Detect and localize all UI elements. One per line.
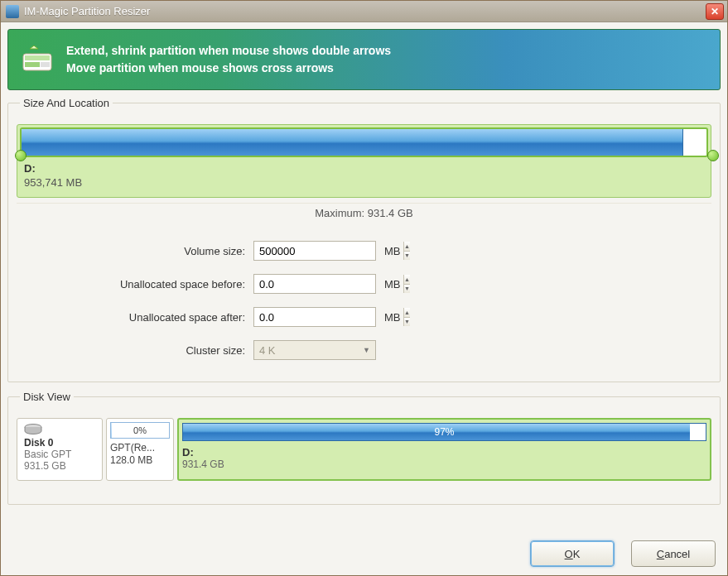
chevron-down-icon: ▼ <box>404 286 410 291</box>
ok-button[interactable]: OK <box>530 540 615 567</box>
close-icon: ✕ <box>711 7 719 17</box>
volume-size-spin-up[interactable]: ▲ <box>404 242 410 252</box>
volume-size-input[interactable] <box>254 242 403 260</box>
unalloc-after-spin-down[interactable]: ▼ <box>404 318 410 327</box>
unalloc-before-input-wrap: ▲ ▼ <box>253 274 376 294</box>
chevron-up-icon: ▲ <box>404 243 410 249</box>
partition-slider-track[interactable] <box>20 127 708 157</box>
cluster-size-value: 4 K <box>259 344 276 357</box>
disk0-type: Basic GPT <box>24 449 95 460</box>
partition-drive-size: 953,741 MB <box>24 176 704 189</box>
partition-used-region <box>22 129 683 156</box>
unalloc-before-spin-down[interactable]: ▼ <box>404 285 410 294</box>
resize-handle-right[interactable] <box>707 150 719 161</box>
volume-size-spin-down[interactable]: ▼ <box>404 252 410 261</box>
hard-disk-icon <box>24 424 42 435</box>
title-bar[interactable]: IM-Magic Partition Resizer ✕ <box>1 1 727 22</box>
disk-view-legend: Disk View <box>20 391 74 403</box>
window-title: IM-Magic Partition Resizer <box>24 5 150 17</box>
disk-view-group: Disk View Disk 0 Basic GPT 931.5 GB <box>7 391 721 505</box>
unalloc-after-label: Unallocated space after: <box>17 311 253 324</box>
banner-line1: Extend, shrink partition when mouse show… <box>66 42 391 60</box>
reserved-size: 128.0 MB <box>110 454 170 467</box>
main-partition[interactable]: 97% D: 931.4 GB <box>177 418 711 481</box>
instruction-banner: Extend, shrink partition when mouse show… <box>7 29 721 90</box>
banner-text: Extend, shrink partition when mouse show… <box>66 42 391 77</box>
size-location-legend: Size And Location <box>20 97 113 109</box>
chevron-down-icon: ▼ <box>363 346 370 354</box>
disk0-size: 931.5 GB <box>24 460 95 472</box>
resize-handle-left[interactable] <box>15 150 27 161</box>
disk0-summary[interactable]: Disk 0 Basic GPT 931.5 GB <box>17 418 103 481</box>
chevron-down-icon: ▼ <box>404 252 410 258</box>
cluster-size-select[interactable]: 4 K ▼ <box>253 340 376 360</box>
cancel-button-rest: ancel <box>664 548 690 560</box>
unalloc-before-input[interactable] <box>254 275 403 293</box>
volume-size-unit: MB <box>384 245 401 257</box>
partition-slider-label: D: 953,741 MB <box>17 157 711 189</box>
reserved-usage-bar: 0% <box>110 422 170 439</box>
cancel-button[interactable]: Cancel <box>631 540 716 567</box>
partition-slider[interactable]: D: 953,741 MB <box>17 124 711 198</box>
reserved-percent: 0% <box>133 425 147 435</box>
unalloc-before-label: Unallocated space before: <box>17 278 253 290</box>
unalloc-after-input[interactable] <box>254 308 403 326</box>
partition-drive-letter: D: <box>24 162 36 175</box>
dialog-window: IM-Magic Partition Resizer ✕ Extend, shr… <box>0 0 728 576</box>
reserved-partition[interactable]: 0% GPT(Re... 128.0 MB <box>106 418 174 481</box>
unalloc-after-unit: MB <box>384 311 401 324</box>
app-icon <box>6 5 19 18</box>
chevron-up-icon: ▲ <box>404 276 410 282</box>
volume-size-input-wrap: ▲ ▼ <box>253 241 376 261</box>
svg-rect-4 <box>41 62 50 67</box>
ok-button-rest: K <box>573 548 581 560</box>
unalloc-after-input-wrap: ▲ ▼ <box>253 307 376 327</box>
cluster-size-label: Cluster size: <box>17 344 253 357</box>
volume-size-label: Volume size: <box>17 245 253 257</box>
chevron-up-icon: ▲ <box>404 310 410 315</box>
svg-marker-0 <box>30 46 38 49</box>
unalloc-before-unit: MB <box>384 278 401 290</box>
main-partition-size: 931.4 GB <box>182 458 706 470</box>
unalloc-after-spin-up[interactable]: ▲ <box>404 308 410 318</box>
main-usage-bar: 97% <box>182 423 706 441</box>
svg-rect-2 <box>25 55 50 60</box>
partition-icon <box>20 46 55 74</box>
svg-rect-3 <box>25 62 40 67</box>
close-button[interactable]: ✕ <box>706 3 724 20</box>
main-percent: 97% <box>183 424 706 440</box>
disk0-name: Disk 0 <box>24 437 95 449</box>
main-partition-label: D: <box>182 446 706 458</box>
banner-line2: Move partition when mouse shows cross ar… <box>66 60 391 77</box>
reserved-usage-fill <box>111 423 112 438</box>
unalloc-before-spin-up[interactable]: ▲ <box>404 275 410 285</box>
chevron-down-icon: ▼ <box>404 319 410 324</box>
size-and-location-group: Size And Location D: 953,741 MB Maximum:… <box>7 97 721 382</box>
reserved-name: GPT(Re... <box>110 442 170 454</box>
maximum-size-label: Maximum: 931.4 GB <box>17 203 711 219</box>
